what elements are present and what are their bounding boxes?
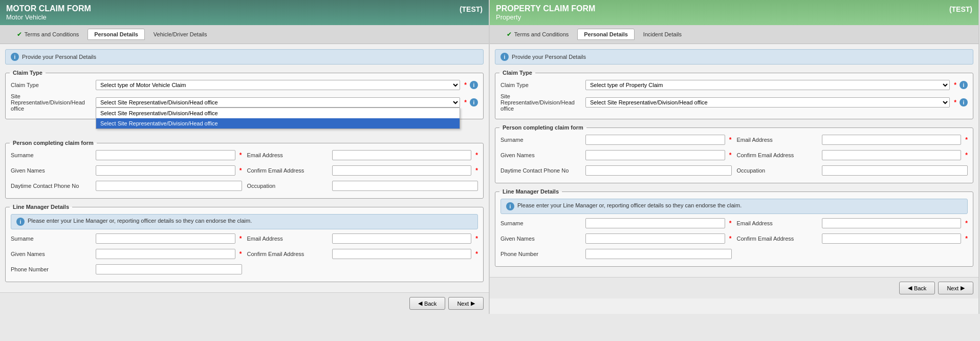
motor-lm-surname-input[interactable]: [96, 233, 235, 244]
property-lm-given-names-row: Given Names *: [500, 233, 732, 244]
property-claim-type-label: Claim Type: [500, 82, 582, 88]
motor-claim-type-section: Claim Type Claim Type Select type of Mot…: [5, 70, 484, 119]
motor-header: (TEST) MOTOR CLAIM FORM Motor Vehicle: [0, 0, 489, 25]
motor-lm-given-names-label: Given Names: [11, 251, 93, 257]
property-daytime-label: Daytime Contact Phone No: [500, 167, 582, 174]
motor-person-body: Surname * Email Address * Given Names *: [6, 146, 483, 198]
motor-claim-type-select[interactable]: Select type of Motor Vehicle Claim: [96, 80, 460, 90]
tab-terms-conditions-property[interactable]: ✔ Terms and Conditions: [500, 28, 575, 40]
motor-site-rep-option-selected[interactable]: Select Site Representative/Division/Head…: [96, 118, 460, 129]
property-lm-given-names-input[interactable]: [585, 233, 725, 244]
property-lm-surname-input[interactable]: [585, 218, 725, 228]
property-given-names-row: Given Names *: [500, 150, 732, 160]
motor-occupation-input[interactable]: [332, 181, 478, 191]
property-surname-row: Surname *: [500, 135, 732, 145]
motor-claim-type-legend: Claim Type: [10, 70, 46, 76]
property-email-input[interactable]: [822, 135, 962, 145]
motor-line-manager-body: i Please enter your Line Manager or, rep…: [6, 210, 483, 282]
property-lm-confirm-email-input[interactable]: [822, 233, 962, 244]
property-confirm-email-label: Confirm Email Address: [737, 152, 819, 158]
property-header: (TEST) PROPERTY CLAIM FORM Property: [490, 0, 978, 25]
motor-email-row: Email Address *: [247, 150, 478, 160]
motor-site-rep-option-default[interactable]: Select Site Representative/Division/Head…: [96, 108, 460, 118]
property-form-area: i Provide your Personal Details Claim Ty…: [490, 44, 978, 277]
property-claim-panel: (TEST) PROPERTY CLAIM FORM Property ✔ Te…: [490, 0, 979, 314]
property-confirm-email-input[interactable]: [822, 150, 962, 160]
motor-lm-given-names-row: Given Names *: [11, 249, 242, 259]
property-claim-type-select[interactable]: Select type of Property Claim: [585, 80, 950, 90]
property-claim-type-body: Claim Type Select type of Property Claim…: [495, 76, 973, 119]
motor-lm-email-row: Email Address *: [247, 233, 478, 244]
property-occupation-input[interactable]: [822, 165, 968, 176]
property-claim-type-legend: Claim Type: [499, 70, 535, 76]
motor-lm-confirm-email-input[interactable]: [332, 249, 472, 259]
motor-site-rep-info-btn[interactable]: i: [470, 98, 478, 106]
motor-subtitle: Motor Vehicle: [6, 13, 483, 21]
property-lm-confirm-email-row: Confirm Email Address *: [737, 233, 968, 244]
motor-confirm-email-label: Confirm Email Address: [247, 167, 329, 174]
property-next-button[interactable]: Next ▶: [938, 282, 973, 294]
motor-lm-confirm-email-row: Confirm Email Address *: [247, 249, 478, 259]
tab-vehicle-driver-motor[interactable]: Vehicle/Driver Details: [147, 29, 214, 40]
property-occupation-label: Occupation: [737, 167, 819, 174]
motor-occupation-row: Occupation: [247, 181, 478, 191]
motor-occupation-label: Occupation: [247, 183, 329, 189]
motor-site-rep-wrapper: Select Site Representative/Division/Head…: [96, 97, 460, 108]
motor-surname-label: Surname: [11, 152, 93, 158]
property-test-badge: (TEST): [949, 5, 972, 13]
property-email-label: Email Address: [737, 137, 819, 143]
back-icon-property: ◀: [908, 285, 912, 291]
motor-daytime-label: Daytime Contact Phone No: [11, 183, 93, 189]
property-occupation-row: Occupation: [737, 165, 968, 176]
motor-person-legend: Person completing claim form: [10, 140, 97, 146]
motor-form-actions: ◀ Back Next ▶: [0, 292, 489, 314]
motor-given-names-label: Given Names: [11, 167, 93, 174]
property-person-section: Person completing claim form Surname * E…: [495, 124, 973, 183]
next-icon-property: ▶: [961, 285, 965, 291]
motor-given-names-input[interactable]: [96, 165, 235, 176]
motor-lm-given-names-input[interactable]: [96, 249, 235, 259]
tab-terms-conditions-motor[interactable]: ✔ Terms and Conditions: [10, 28, 85, 40]
motor-daytime-input[interactable]: [96, 181, 242, 191]
motor-lm-phone-label: Phone Number: [11, 266, 93, 272]
motor-lm-email-input[interactable]: [332, 233, 472, 244]
motor-back-button[interactable]: ◀ Back: [409, 297, 445, 310]
tab-personal-details-motor[interactable]: Personal Details: [88, 29, 145, 40]
motor-test-badge: (TEST): [460, 5, 483, 13]
property-lm-email-input[interactable]: [822, 218, 962, 228]
property-site-rep-select[interactable]: Select Site Representative/Division/Head…: [585, 97, 950, 108]
motor-claim-type-row: Claim Type Select type of Motor Vehicle …: [11, 80, 478, 90]
motor-site-rep-required: *: [464, 99, 467, 106]
info-icon-lm-motor: i: [16, 218, 25, 226]
property-lm-given-names-label: Given Names: [500, 236, 582, 242]
property-site-rep-info-btn[interactable]: i: [960, 98, 968, 106]
property-back-button[interactable]: ◀ Back: [899, 282, 935, 294]
property-subtitle: Property: [496, 13, 972, 21]
motor-confirm-email-input[interactable]: [332, 165, 472, 176]
property-given-names-input[interactable]: [585, 150, 725, 160]
motor-site-rep-select[interactable]: Select Site Representative/Division/Head…: [96, 97, 460, 108]
info-icon-lm-property: i: [506, 202, 514, 210]
property-daytime-input[interactable]: [585, 165, 732, 176]
motor-claim-type-body: Claim Type Select type of Motor Vehicle …: [6, 76, 483, 119]
property-lm-phone-input[interactable]: [585, 249, 732, 259]
motor-next-button[interactable]: Next ▶: [448, 297, 484, 310]
motor-site-rep-dropdown[interactable]: Select Site Representative/Division/Head…: [96, 108, 460, 129]
motor-claim-type-info-btn[interactable]: i: [470, 81, 478, 89]
property-lm-surname-label: Surname: [500, 220, 582, 226]
property-lm-email-row: Email Address *: [737, 218, 968, 228]
back-icon: ◀: [418, 300, 422, 307]
motor-surname-input[interactable]: [96, 150, 235, 160]
motor-confirm-email-row: Confirm Email Address *: [247, 165, 478, 176]
motor-line-manager-section: Line Manager Details i Please enter your…: [5, 204, 484, 282]
property-lm-phone-row: Phone Number: [500, 249, 732, 259]
property-surname-input[interactable]: [585, 135, 725, 145]
property-claim-type-info-btn[interactable]: i: [960, 81, 968, 89]
motor-lm-email-label: Email Address: [247, 236, 329, 242]
motor-line-manager-info: i Please enter your Line Manager or, rep…: [11, 214, 478, 229]
tab-personal-details-property[interactable]: Personal Details: [577, 29, 635, 40]
motor-lm-phone-input[interactable]: [96, 264, 242, 274]
info-icon-property: i: [500, 53, 509, 61]
tab-incident-details-property[interactable]: Incident Details: [637, 29, 688, 40]
motor-email-input[interactable]: [332, 150, 472, 160]
